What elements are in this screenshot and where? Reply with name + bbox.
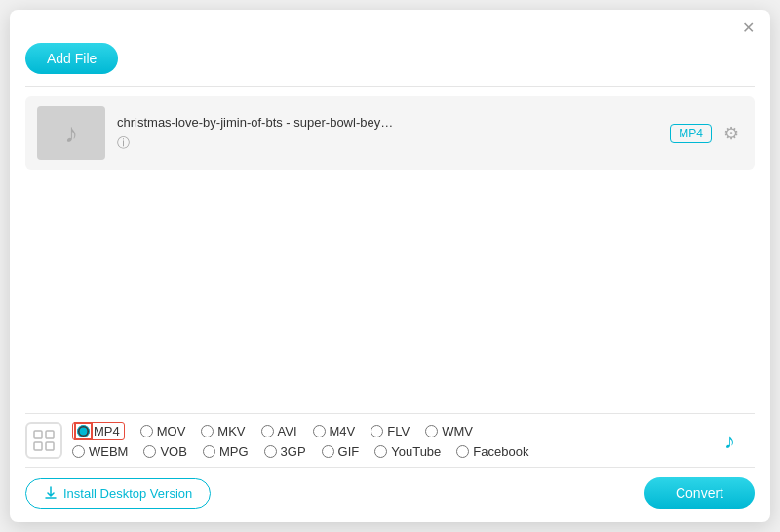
format-facebook[interactable]: Facebook: [456, 444, 528, 459]
format-avi[interactable]: AVI: [261, 424, 297, 438]
radio-mkv[interactable]: [201, 425, 214, 437]
title-bar: ✕: [10, 10, 770, 43]
bottom-bar: Install Desktop Version Convert: [10, 468, 770, 522]
format-mkv-label: MKV: [217, 424, 245, 438]
radio-webm[interactable]: [72, 445, 85, 458]
content-area: [10, 179, 770, 413]
video-format-icon: [25, 422, 62, 459]
toolbar: Add File: [10, 43, 770, 86]
format-youtube-label: YouTube: [391, 444, 441, 459]
format-flv-label: FLV: [387, 424, 410, 438]
format-mpg[interactable]: MPG: [203, 444, 249, 459]
file-info: christmas-love-by-jimin-of-bts - super-b…: [117, 115, 658, 152]
format-vob[interactable]: VOB: [143, 444, 186, 459]
format-webm[interactable]: WEBM: [72, 444, 128, 459]
file-thumbnail: ♪: [37, 106, 105, 160]
format-row-1: MP4 MOV MKV AVI M4V: [72, 422, 708, 440]
format-flv[interactable]: FLV: [370, 424, 410, 438]
convert-button[interactable]: Convert: [644, 477, 755, 509]
format-vob-label: VOB: [160, 444, 186, 459]
format-badge[interactable]: MP4: [670, 124, 712, 143]
format-gif[interactable]: GIF: [322, 444, 360, 459]
install-label: Install Desktop Version: [63, 486, 192, 501]
format-youtube[interactable]: YouTube: [374, 444, 441, 459]
svg-rect-1: [46, 431, 54, 438]
file-name: christmas-love-by-jimin-of-bts - super-b…: [117, 115, 658, 130]
format-facebook-label: Facebook: [473, 444, 528, 459]
info-icon[interactable]: ⓘ: [117, 135, 130, 150]
radio-mov[interactable]: [140, 425, 153, 437]
format-m4v[interactable]: M4V: [313, 424, 356, 438]
format-mov[interactable]: MOV: [140, 424, 186, 438]
radio-vob[interactable]: [143, 445, 156, 458]
music-note-icon: ♪: [722, 427, 750, 454]
format-mkv[interactable]: MKV: [201, 424, 245, 438]
settings-icon[interactable]: ⚙: [720, 122, 743, 145]
file-item: ♪ christmas-love-by-jimin-of-bts - super…: [25, 96, 755, 170]
svg-rect-3: [46, 442, 54, 450]
format-3gp[interactable]: 3GP: [264, 444, 306, 459]
radio-wmv[interactable]: [425, 425, 438, 437]
format-mpg-label: MPG: [219, 444, 249, 459]
format-gif-label: GIF: [338, 444, 360, 459]
radio-3gp[interactable]: [264, 445, 277, 458]
format-3gp-label: 3GP: [281, 444, 306, 459]
grid-icon: [33, 430, 55, 451]
install-desktop-button[interactable]: Install Desktop Version: [25, 478, 211, 509]
format-options: MP4 MOV MKV AVI M4V: [72, 422, 708, 459]
format-row-2: WEBM VOB MPG 3GP GIF: [72, 444, 708, 459]
format-mp4-label: MP4: [94, 424, 120, 438]
svg-text:♪: ♪: [724, 429, 735, 453]
radio-avi[interactable]: [261, 425, 274, 437]
svg-rect-2: [34, 442, 42, 450]
format-panel: MP4 MOV MKV AVI M4V: [10, 414, 770, 467]
format-wmv-label: WMV: [442, 424, 473, 438]
radio-facebook[interactable]: [456, 445, 469, 458]
radio-m4v[interactable]: [313, 425, 326, 437]
add-file-button[interactable]: Add File: [25, 43, 118, 74]
close-button[interactable]: ✕: [739, 19, 757, 37]
format-webm-label: WEBM: [89, 444, 128, 459]
format-mov-label: MOV: [157, 424, 186, 438]
radio-mpg[interactable]: [203, 445, 215, 458]
format-m4v-label: M4V: [330, 424, 356, 438]
radio-youtube[interactable]: [374, 445, 387, 458]
radio-gif[interactable]: [322, 445, 334, 458]
music-note-icon: ♪: [64, 118, 78, 149]
download-icon: [44, 486, 58, 500]
file-actions: MP4 ⚙: [670, 122, 743, 145]
file-list: ♪ christmas-love-by-jimin-of-bts - super…: [10, 87, 770, 179]
format-avi-label: AVI: [278, 424, 297, 438]
radio-mp4[interactable]: [77, 425, 90, 437]
format-mp4[interactable]: MP4: [72, 422, 125, 440]
format-wmv[interactable]: WMV: [425, 424, 473, 438]
radio-flv[interactable]: [370, 425, 383, 437]
app-window: ✕ Add File ♪ christmas-love-by-jimin-of-…: [10, 10, 770, 522]
audio-format-icon: ♪: [718, 422, 755, 459]
svg-rect-0: [34, 431, 42, 438]
